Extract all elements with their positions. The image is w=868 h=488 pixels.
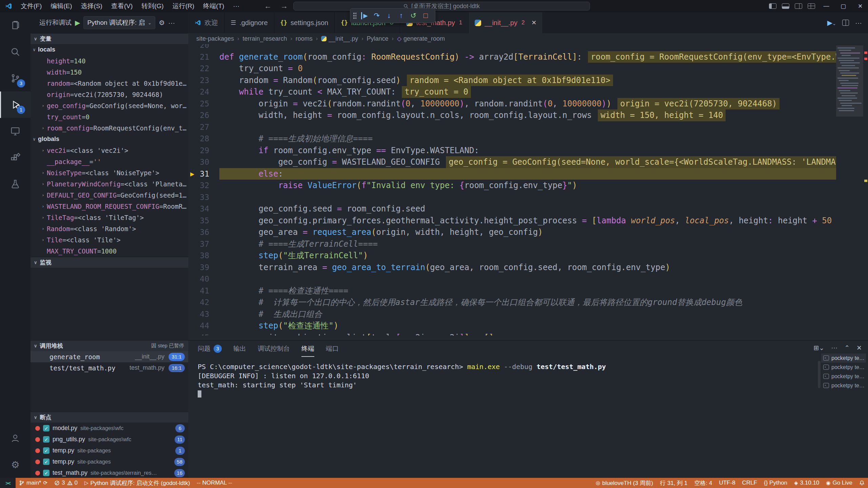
line-number[interactable]: 29 [188, 145, 219, 157]
git-branch-item[interactable]: main* ⟳ [16, 478, 51, 488]
tab-欢迎[interactable]: 欢迎 [188, 12, 224, 33]
status-crlf[interactable]: CRLF [739, 478, 761, 488]
problems-item[interactable]: 3 0 [51, 478, 81, 488]
activity-remote-explorer-icon[interactable] [0, 118, 31, 144]
nav-forward-icon[interactable]: → [280, 2, 288, 11]
variable-row[interactable]: ›Random = <class 'Random'> [31, 223, 188, 234]
menu-item-编辑E[interactable]: 编辑(E) [46, 0, 76, 12]
line-number[interactable]: 31▶ [188, 168, 219, 180]
step-into-button[interactable]: ↓ [383, 10, 394, 21]
variable-row[interactable]: ›NoiseType = <class 'NoiseType'> [31, 167, 188, 178]
breakpoint-row[interactable]: ✓png_utils.pysite-packages\wfc11 [31, 434, 188, 445]
activity-settings-gear-icon[interactable]: ⚙ [0, 451, 31, 478]
nav-back-icon[interactable]: ← [264, 2, 272, 11]
tab-settings-json[interactable]: {}settings.json [274, 12, 335, 33]
variable-row[interactable]: ›geo_config = GeoConfig(seed=None, wor… [31, 100, 188, 111]
code-line-20[interactable]: 20 [188, 44, 841, 51]
remote-indicator[interactable]: >< [0, 478, 16, 488]
line-number[interactable]: 45 [188, 332, 219, 336]
code-line-34[interactable]: 34 geo_config.seed = room_config.seed [188, 203, 841, 215]
code-line-31[interactable]: 31▶ else: [188, 168, 841, 180]
variables-group-globals[interactable]: ∨globals [31, 134, 188, 145]
code-line-22[interactable]: 22 try_count = 0 [188, 63, 841, 75]
maximize-panel-icon[interactable]: ⌃ [844, 344, 850, 352]
panel-tab-调试控制台[interactable]: 调试控制台 [258, 341, 290, 357]
variable-row[interactable]: MAX_TRY_COUNT = 1000 [31, 245, 188, 257]
stop-button[interactable]: □ [420, 10, 431, 21]
code-line-42[interactable]: 42 # 计算每一个出口的中心，然后使用astar生成路径，确保每一个出口组合都… [188, 297, 841, 308]
code-line-21[interactable]: 21def generate_room(room_config: RoomReq… [188, 51, 841, 63]
minimap[interactable] [836, 44, 863, 340]
line-number[interactable]: 24 [188, 86, 219, 98]
code-line-27[interactable]: 27 [188, 121, 841, 133]
status--4[interactable]: 空格: 4 [691, 478, 716, 488]
line-number[interactable]: 33 [188, 191, 219, 203]
breadcrumb-item-Pylance[interactable]: Pylance [367, 35, 389, 42]
activity-search-icon[interactable] [0, 39, 31, 65]
terminal-output[interactable]: PS C:\computer_science\godot-ldtk\site-p… [198, 362, 817, 475]
status-utf-8[interactable]: UTF-8 [715, 478, 738, 488]
breakpoint-row[interactable]: ✓test_math.pysite-packages\terrain_res…1… [31, 467, 188, 478]
line-number[interactable]: 37 [188, 238, 219, 250]
tab--gdignore[interactable]: ☰.gdignore [224, 12, 274, 33]
close-button[interactable]: ✕ [852, 0, 868, 12]
line-number[interactable]: 23 [188, 75, 219, 86]
start-debug-icon[interactable]: ▶ [75, 19, 80, 27]
line-number[interactable]: 22 [188, 63, 219, 75]
menu-item-终端T[interactable]: 终端(T) [199, 0, 229, 12]
restart-button[interactable]: ↺ [408, 10, 419, 21]
line-number[interactable]: 35 [188, 215, 219, 227]
toggle-panel-icon[interactable] [782, 3, 789, 9]
menu-item-转到G[interactable]: 转到(G) [137, 0, 168, 12]
breakpoint-row[interactable]: ✓temp.pysite-packages1 [31, 445, 188, 456]
code-line-26[interactable]: 26 width, height = room_config.layout.n_… [188, 109, 841, 121]
toolbar-drag-handle[interactable] [353, 12, 356, 19]
line-number[interactable]: 30 [188, 156, 219, 168]
code-line-29[interactable]: 29 if room_config.env_type == EnvType.WA… [188, 145, 841, 157]
breakpoints-section-header[interactable]: ∨ 断点 [31, 412, 188, 423]
variable-row[interactable]: width = 150 [31, 66, 188, 78]
line-number[interactable]: 27 [188, 121, 219, 133]
debug-config-dropdown[interactable]: Python 调试程序: 启 ⌄ [83, 16, 155, 29]
callstack-section-header[interactable]: ∨ 调用堆栈 因 step 已暂停 [31, 340, 188, 351]
line-number[interactable]: 44 [188, 320, 219, 332]
code-line-43[interactable]: 43 # 生成出口组合 [188, 308, 841, 320]
panel-tab-问题[interactable]: 问题3 [198, 341, 222, 357]
terminal-instance[interactable]: >_pocketpy te… [821, 381, 866, 390]
status-3-10-10[interactable]: ◈3.10.10 [791, 478, 823, 488]
menu-item-运行R[interactable]: 运行(R) [168, 0, 199, 12]
breadcrumb-item-rooms[interactable]: rooms [296, 35, 313, 42]
variable-row[interactable]: origin = vec2i(7205730, 9024468) [31, 89, 188, 100]
terminal-scrollbar[interactable] [818, 361, 821, 388]
split-editor-icon[interactable] [842, 20, 849, 26]
variable-row[interactable]: random = <Random object at 0x1bf9d01e… [31, 78, 188, 89]
breakpoint-checkbox[interactable]: ✓ [43, 459, 50, 465]
continue-button[interactable]: ▶ [359, 10, 370, 21]
line-number[interactable]: 25 [188, 98, 219, 110]
code-line-36[interactable]: 36 geo_area = request_area(origin, width… [188, 226, 841, 238]
code-editor[interactable]: 2021def generate_room(room_config: RoomR… [188, 44, 868, 340]
vim-mode-indicator[interactable]: -- NORMAL -- [193, 478, 235, 488]
code-line-28[interactable]: 28 # ====生成初始地理信息==== [188, 133, 841, 145]
status--31-1[interactable]: 行 31, 列 1 [656, 478, 691, 488]
breadcrumb-item-generate_room[interactable]: ◇generate_room [397, 35, 445, 42]
step-out-button[interactable]: ↑ [396, 10, 407, 21]
line-number[interactable]: 41 [188, 285, 219, 297]
code-line-35[interactable]: 35 geo_config.primary_forces.geothermal_… [188, 215, 841, 227]
activity-source-control-icon[interactable]: 3 [0, 65, 31, 92]
variables-section-header[interactable]: ∨ 变量 [31, 33, 188, 44]
minimize-button[interactable]: — [818, 0, 834, 12]
tab-close-icon[interactable]: ✕ [531, 19, 536, 26]
activity-account-icon[interactable] [0, 425, 31, 451]
variable-row[interactable]: __package__ = '' [31, 156, 188, 167]
terminal-instance[interactable]: >_pocketpy te… [821, 372, 866, 381]
debug-settings-gear-icon[interactable]: ⚙ [159, 19, 165, 27]
menu-item-文件F[interactable]: 文件(F) [16, 0, 46, 12]
editor-more-actions-icon[interactable]: ··· [855, 19, 862, 27]
line-number[interactable]: 38 [188, 250, 219, 262]
variable-row[interactable]: ›WASTELAND_ROOM_REQUEST_CONFIG = RoomR… [31, 201, 188, 212]
run-python-file-icon[interactable]: ▶⌄ [827, 19, 836, 27]
menu-item-选择S[interactable]: 选择(S) [77, 0, 107, 12]
callstack-frame[interactable]: generate_room__init__.py31:1 [31, 351, 188, 362]
panel-tab-输出[interactable]: 输出 [233, 341, 246, 357]
